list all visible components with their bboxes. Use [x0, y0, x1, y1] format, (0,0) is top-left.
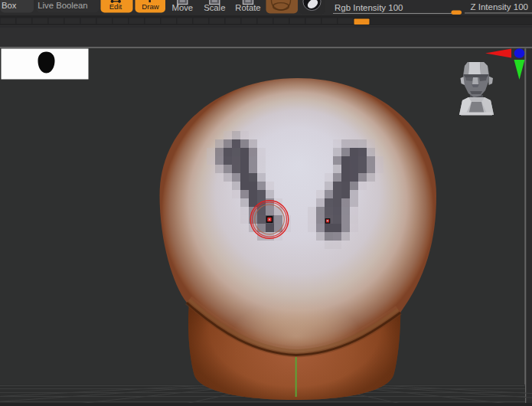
svg-text:Live Boolean: Live Boolean — [38, 1, 87, 10]
svg-text:Rgb Intensity 100: Rgb Intensity 100 — [335, 3, 403, 12]
svg-text:Box: Box — [2, 1, 17, 10]
svg-text:Move: Move — [171, 3, 193, 12]
svg-text:Draw: Draw — [142, 2, 158, 11]
svg-text:Edit: Edit — [109, 2, 122, 11]
svg-text:Rotate: Rotate — [235, 3, 260, 12]
svg-text:Scale: Scale — [204, 3, 225, 12]
svg-text:Z Intensity 100: Z Intensity 100 — [471, 2, 528, 11]
